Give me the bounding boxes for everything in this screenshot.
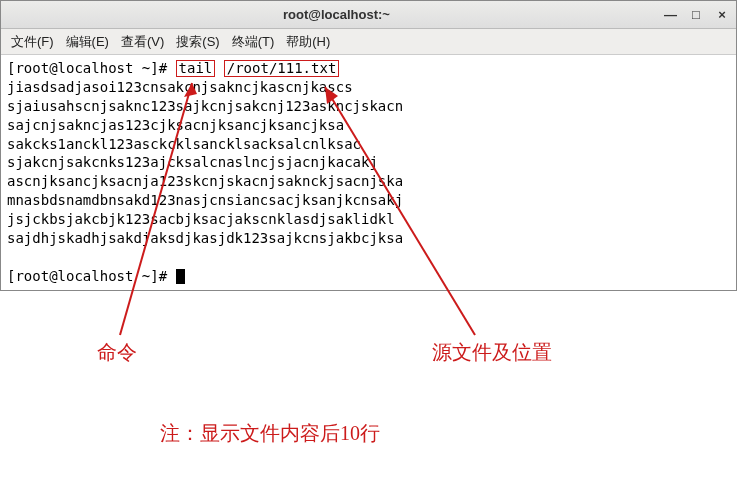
- menubar: 文件(F) 编辑(E) 查看(V) 搜索(S) 终端(T) 帮助(H): [1, 29, 736, 55]
- output-line: sjaiusahscnjsaknc123sajkcnjsakcnj123askn…: [7, 97, 730, 116]
- output-line: jsjckbsjakcbjk123sacbjksacjakscnklasdjsa…: [7, 210, 730, 229]
- prompt-line-2: [root@localhost ~]#: [7, 267, 730, 286]
- window-title: root@localhost:~: [9, 7, 664, 22]
- output-line: sajdhjskadhjsakdjaksdjkasjdk123sajkcnsja…: [7, 229, 730, 248]
- maximize-icon[interactable]: □: [690, 7, 702, 22]
- annotation-command-label: 命令: [97, 339, 137, 366]
- terminal-content[interactable]: [root@localhost ~]# tail /root/111.txt j…: [1, 55, 736, 290]
- window-controls: — □ ×: [664, 7, 728, 22]
- prompt-line-1: [root@localhost ~]# tail /root/111.txt: [7, 59, 730, 78]
- highlight-argument: /root/111.txt: [224, 60, 340, 77]
- highlight-command: tail: [176, 60, 216, 77]
- output-line: sjakcnjsakcnks123ajcksalcnaslncjsjacnjka…: [7, 153, 730, 172]
- output-line: sajcnjsakncjas123cjksacnjksancjksancjksa: [7, 116, 730, 135]
- menu-terminal[interactable]: 终端(T): [232, 33, 275, 51]
- annotation-note: 注：显示文件内容后10行: [160, 420, 380, 447]
- titlebar: root@localhost:~ — □ ×: [1, 1, 736, 29]
- menu-view[interactable]: 查看(V): [121, 33, 164, 51]
- cursor-icon: [176, 269, 185, 284]
- space: [215, 60, 223, 76]
- minimize-icon[interactable]: —: [664, 7, 676, 22]
- prompt-text: [root@localhost ~]#: [7, 60, 176, 76]
- close-icon[interactable]: ×: [716, 7, 728, 22]
- output-line: jiasdsadjasoi123cnsakcnjsakncjkascnjkasc…: [7, 78, 730, 97]
- output-line: sakcks1anckl123asckcklsancklsacksalcnlks…: [7, 135, 730, 154]
- prompt-text: [root@localhost ~]#: [7, 268, 176, 284]
- blank-line: [7, 248, 730, 267]
- output-line: mnasbdsnamdbnsakd123nasjcnsiancsacjksanj…: [7, 191, 730, 210]
- annotation-source-label: 源文件及位置: [432, 339, 552, 366]
- output-line: ascnjksancjksacnja123skcnjskacnjsaknckjs…: [7, 172, 730, 191]
- menu-file[interactable]: 文件(F): [11, 33, 54, 51]
- menu-search[interactable]: 搜索(S): [176, 33, 219, 51]
- menu-edit[interactable]: 编辑(E): [66, 33, 109, 51]
- terminal-window: root@localhost:~ — □ × 文件(F) 编辑(E) 查看(V)…: [0, 0, 737, 291]
- menu-help[interactable]: 帮助(H): [286, 33, 330, 51]
